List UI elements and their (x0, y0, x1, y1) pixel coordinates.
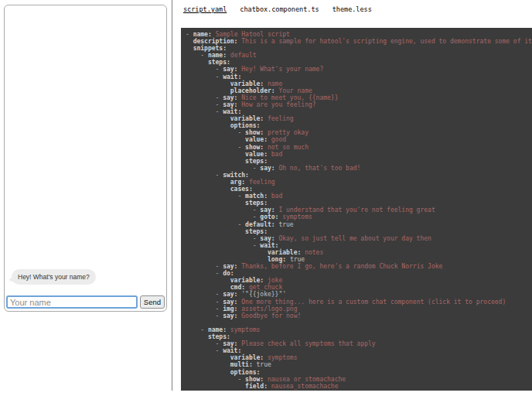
chat-bot-message-bubble: Hey! What's your name? (12, 269, 96, 285)
code-block: - name: Sample Hatool script description… (181, 28, 532, 391)
tab-script-yaml[interactable]: script.yaml (183, 5, 227, 13)
chat-input-row: Send (6, 295, 165, 309)
tab-theme-less[interactable]: theme.less (332, 5, 372, 13)
tab-chatbox-component-ts[interactable]: chatbox.component.ts (240, 5, 319, 13)
app-page: Hey! What's your name? Send script.yaml … (0, 0, 532, 396)
panel-divider (172, 0, 172, 391)
chat-input[interactable] (6, 295, 138, 309)
send-button[interactable]: Send (140, 295, 165, 309)
file-tabs: script.yaml chatbox.component.ts theme.l… (183, 5, 372, 13)
chat-widget-panel: Hey! What's your name? Send (4, 5, 167, 312)
